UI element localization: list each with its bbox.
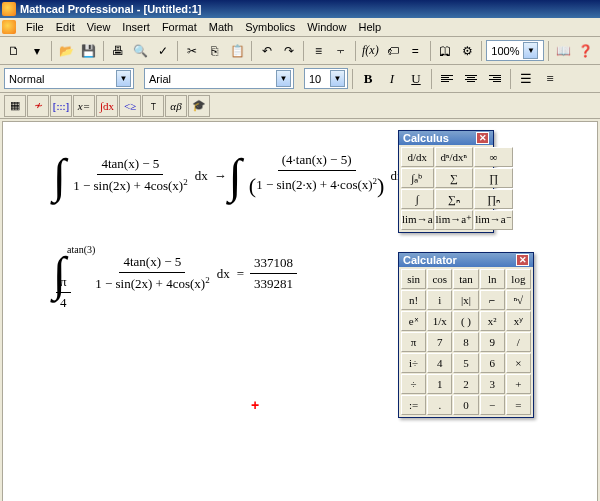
- worksheet[interactable]: ∫ 4tan(x) − 5 1 − sin(2x) + 4cos(x)2 dx …: [2, 121, 598, 501]
- menu-view[interactable]: View: [81, 19, 117, 35]
- dot-button[interactable]: .: [427, 395, 452, 415]
- five-button[interactable]: 5: [453, 353, 478, 373]
- whatsthis-button[interactable]: ❓: [576, 40, 596, 62]
- palette-titlebar[interactable]: Calculus ✕: [399, 131, 493, 145]
- bullets-button[interactable]: ☰: [515, 68, 537, 90]
- one-button[interactable]: 1: [427, 374, 452, 394]
- tan-button[interactable]: tan: [453, 269, 478, 289]
- font-combo[interactable]: Arial ▼: [144, 68, 294, 89]
- palette-titlebar[interactable]: Calculator ✕: [399, 253, 533, 267]
- equals-button[interactable]: =: [506, 395, 531, 415]
- chevron-down-icon[interactable]: ▼: [116, 70, 131, 87]
- chevron-down-icon[interactable]: ▼: [330, 70, 345, 87]
- exp-button[interactable]: eˣ: [401, 311, 426, 331]
- evaluation-palette-button[interactable]: x=: [73, 95, 95, 117]
- symbolic-palette-button[interactable]: 🎓: [188, 95, 210, 117]
- menu-edit[interactable]: Edit: [50, 19, 81, 35]
- fx-button[interactable]: f(x): [360, 40, 380, 62]
- menu-math[interactable]: Math: [203, 19, 239, 35]
- align-center-button[interactable]: [460, 68, 482, 90]
- i-button[interactable]: i: [427, 290, 452, 310]
- math-region-1[interactable]: ∫ 4tan(x) − 5 1 − sin(2x) + 4cos(x)2 dx …: [53, 152, 403, 199]
- calculator-palette-button[interactable]: ▦: [4, 95, 26, 117]
- greek-palette-button[interactable]: αβ: [165, 95, 187, 117]
- limit-right-button[interactable]: lim→a⁺: [435, 210, 474, 230]
- italic-button[interactable]: I: [381, 68, 403, 90]
- chevron-down-icon[interactable]: ▼: [523, 42, 538, 59]
- zoom-combo[interactable]: 100% ▼: [486, 40, 544, 61]
- parens-button[interactable]: ( ): [453, 311, 478, 331]
- calculate-button[interactable]: =: [405, 40, 425, 62]
- log-button[interactable]: log: [506, 269, 531, 289]
- align-left-button[interactable]: [436, 68, 458, 90]
- summation-button[interactable]: ∑: [435, 168, 474, 188]
- calculus-palette-button[interactable]: ∫dx: [96, 95, 118, 117]
- nine-button[interactable]: 9: [480, 332, 505, 352]
- factorial-button[interactable]: n!: [401, 290, 426, 310]
- indefinite-integral-button[interactable]: ∫: [401, 189, 434, 209]
- power-button[interactable]: xʸ: [506, 311, 531, 331]
- menu-insert[interactable]: Insert: [116, 19, 156, 35]
- product-button[interactable]: ∏: [474, 168, 513, 188]
- close-icon[interactable]: ✕: [516, 254, 529, 266]
- limit-button[interactable]: lim→a: [401, 210, 434, 230]
- seven-button[interactable]: 7: [427, 332, 452, 352]
- units-button[interactable]: 🏷: [383, 40, 403, 62]
- plus-button[interactable]: +: [506, 374, 531, 394]
- ln-button[interactable]: ln: [480, 269, 505, 289]
- div-button[interactable]: ÷: [401, 374, 426, 394]
- two-button[interactable]: 2: [453, 374, 478, 394]
- range-product-button[interactable]: ∏ₙ: [474, 189, 513, 209]
- style-combo[interactable]: Normal ▼: [4, 68, 134, 89]
- print-preview-button[interactable]: 🔍: [130, 40, 150, 62]
- component2-button[interactable]: ⚙: [457, 40, 477, 62]
- size-combo[interactable]: 10 ▼: [304, 68, 348, 89]
- programming-palette-button[interactable]: 𐊗: [142, 95, 164, 117]
- bold-button[interactable]: B: [357, 68, 379, 90]
- math-region-2[interactable]: atan(3) ∫ π4 4tan(x) − 5 1 − sin(2x) + 4…: [53, 252, 300, 295]
- menu-format[interactable]: Format: [156, 19, 203, 35]
- component-button[interactable]: 🕮: [434, 40, 454, 62]
- assign-button[interactable]: :=: [401, 395, 426, 415]
- spell-button[interactable]: ✓: [153, 40, 173, 62]
- square-button[interactable]: x²: [480, 311, 505, 331]
- underline-button[interactable]: U: [405, 68, 427, 90]
- menu-symbolics[interactable]: Symbolics: [239, 19, 301, 35]
- menu-help[interactable]: Help: [352, 19, 387, 35]
- boolean-palette-button[interactable]: <≥: [119, 95, 141, 117]
- undo-button[interactable]: ↶: [256, 40, 276, 62]
- infinity-button[interactable]: ∞: [474, 147, 513, 167]
- definite-integral-button[interactable]: ∫ₐᵇ: [401, 168, 434, 188]
- align-right-button[interactable]: [484, 68, 506, 90]
- help-button[interactable]: 📖: [553, 40, 573, 62]
- align-button[interactable]: ≡: [308, 40, 328, 62]
- minus-button[interactable]: −: [480, 395, 505, 415]
- six-button[interactable]: 6: [480, 353, 505, 373]
- save-button[interactable]: 💾: [78, 40, 98, 62]
- calculator-palette[interactable]: Calculator ✕ sin cos tan ln log n! i |x|…: [398, 252, 534, 418]
- eight-button[interactable]: 8: [453, 332, 478, 352]
- document-icon[interactable]: [2, 20, 16, 34]
- open-button[interactable]: 📂: [56, 40, 76, 62]
- redo-button[interactable]: ↷: [279, 40, 299, 62]
- recip-button[interactable]: 1/x: [427, 311, 452, 331]
- close-icon[interactable]: ✕: [476, 132, 489, 144]
- cos-button[interactable]: cos: [427, 269, 452, 289]
- limit-left-button[interactable]: lim→a⁻: [474, 210, 513, 230]
- align2-button[interactable]: ⫟: [331, 40, 351, 62]
- range-summation-button[interactable]: ∑ₙ: [435, 189, 474, 209]
- paste-button[interactable]: 📋: [227, 40, 247, 62]
- four-button[interactable]: 4: [427, 353, 452, 373]
- new-button[interactable]: 🗋: [4, 40, 24, 62]
- nroot-button[interactable]: ⁿ√: [506, 290, 531, 310]
- print-button[interactable]: 🖶: [108, 40, 128, 62]
- sqrt-button[interactable]: ⌐: [480, 290, 505, 310]
- new-dropdown[interactable]: ▾: [26, 40, 46, 62]
- numbering-button[interactable]: ≡: [539, 68, 561, 90]
- graph-palette-button[interactable]: ≁: [27, 95, 49, 117]
- pi-button[interactable]: π: [401, 332, 426, 352]
- three-button[interactable]: 3: [480, 374, 505, 394]
- cut-button[interactable]: ✂: [182, 40, 202, 62]
- nth-derivative-button[interactable]: dⁿ/dxⁿ: [435, 147, 474, 167]
- divide-button[interactable]: /: [506, 332, 531, 352]
